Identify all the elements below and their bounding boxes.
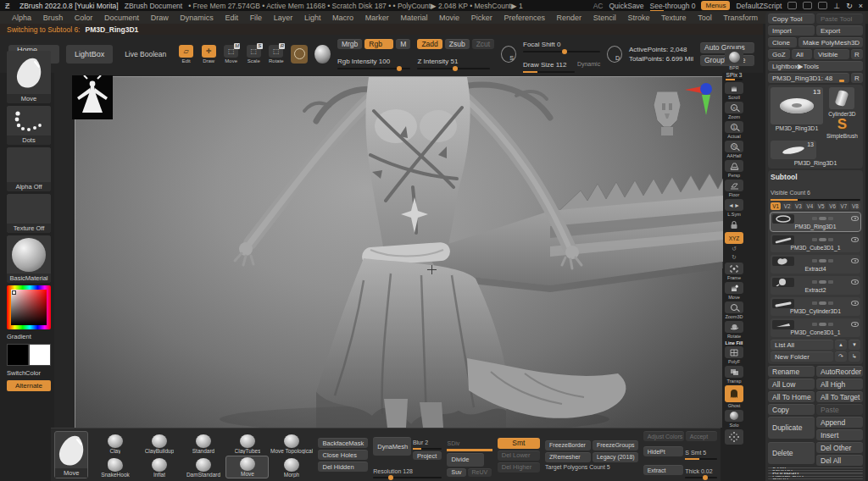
rename-button[interactable]: Rename (768, 366, 815, 377)
close-icon[interactable]: × (859, 2, 863, 10)
menu-layer[interactable]: Layer (274, 14, 293, 22)
delete-button[interactable]: Delete (768, 442, 815, 464)
current-material-button[interactable] (314, 45, 331, 64)
depth-dial-icon[interactable]: D (607, 46, 622, 63)
menu-dynamics[interactable]: Dynamics (180, 14, 214, 22)
list-all-button[interactable]: List All (771, 340, 833, 350)
scroll-button[interactable]: Scroll (724, 82, 744, 100)
eye-icon[interactable] (851, 301, 859, 306)
dynamesh-button[interactable]: DynaMesh (373, 437, 411, 456)
align-button[interactable]: Align (768, 478, 863, 479)
tab-v7[interactable]: V7 (838, 202, 849, 210)
menu-edit[interactable]: Edit (225, 14, 238, 22)
reuv-button[interactable]: ReUV (468, 468, 492, 477)
subtool-item-cone3d[interactable]: PM3D_Cone3D1_1 (771, 318, 860, 337)
active-tool-slider[interactable]: PM3D_Ring3D1: 48 (768, 73, 849, 83)
alpha-tile[interactable]: Alpha Off (7, 147, 51, 191)
menu-movie[interactable]: Movie (439, 14, 459, 22)
axis-gizmo[interactable] (683, 80, 719, 117)
texture-tile[interactable]: Texture Off (7, 194, 51, 233)
blur-slider[interactable]: Blur 2 (413, 433, 442, 450)
subtool-item-extract2[interactable]: Extract2 (771, 276, 860, 295)
goz-r-button[interactable]: R (851, 49, 863, 59)
split-button[interactable]: Split (768, 467, 863, 468)
thick-slider[interactable]: Thick 0.02 (685, 462, 717, 478)
subtool-header[interactable]: Subtool (771, 173, 860, 181)
menu-texture[interactable]: Texture (661, 14, 687, 22)
eye-icon[interactable] (851, 237, 859, 242)
menu-transform[interactable]: Transform (723, 14, 758, 22)
brush-morph[interactable]: Morph (270, 456, 313, 479)
ghost-button[interactable]: Ghost (724, 385, 744, 408)
import-button[interactable]: Import (768, 25, 815, 36)
tool-r-button[interactable]: R (851, 73, 863, 83)
clone-button[interactable]: Clone (768, 37, 797, 47)
stroke-tile[interactable]: Dots (7, 106, 51, 145)
boolean-button[interactable]: Boolean (768, 473, 863, 473)
share-icon[interactable] (818, 2, 827, 9)
eye-icon[interactable] (851, 279, 859, 285)
menu-stroke[interactable]: Stroke (627, 14, 649, 22)
stroke-dial-icon[interactable]: S (501, 46, 516, 63)
eye-icon[interactable] (851, 258, 859, 263)
menus-button[interactable]: Menus (701, 1, 730, 10)
nav-dots-button[interactable] (724, 429, 744, 445)
export-button[interactable]: Export (816, 25, 863, 36)
tab-v8[interactable]: V8 (850, 202, 860, 210)
all-low-button[interactable]: All Low (768, 379, 815, 390)
z-intensity-slider[interactable]: Z Intensity 51 (417, 52, 490, 69)
subtool-item-ring3d[interactable]: PM3D_Ring3D1 (771, 213, 860, 231)
hand-doc-icon[interactable] (803, 2, 812, 9)
tutorial-icon[interactable] (787, 2, 797, 9)
adjust-colors-button[interactable]: Adjust Colors (643, 431, 684, 441)
menu-document[interactable]: Document (104, 14, 139, 22)
brush-standard[interactable]: Standard (181, 431, 225, 455)
active-tool-thumbnail[interactable]: 13 (771, 87, 823, 124)
menu-tool[interactable]: Tool (698, 14, 712, 22)
brush-move[interactable]: Move (225, 456, 269, 479)
paste-tool-button[interactable]: Paste Tool (816, 14, 863, 24)
actual-button[interactable]: 1 Actual (724, 121, 744, 139)
subtool-item-extract4[interactable]: Extract4 (771, 255, 860, 274)
alternate-button[interactable]: Alternate (7, 380, 51, 391)
draw-mode-button[interactable]: ✛ Draw (201, 45, 217, 64)
new-folder-button[interactable]: New Folder (771, 351, 833, 362)
goz-visible-button[interactable]: Visible (814, 49, 849, 59)
all-high-button[interactable]: All High (816, 379, 863, 390)
move-in-folder-button[interactable]: ↳ (849, 351, 860, 362)
subtool-down-button[interactable]: ▼ (849, 340, 860, 350)
polyframe-button[interactable]: Line Fill PolyF (724, 340, 744, 364)
accept-button[interactable]: Accept (686, 431, 717, 441)
simplebrush-thumbnail[interactable]: S (837, 118, 847, 131)
menu-macro[interactable]: Macro (332, 14, 353, 22)
xyz-rotate-button[interactable]: XYZ (724, 232, 744, 244)
brush-inflat[interactable]: Inflat (137, 456, 181, 479)
z-spin-button[interactable]: ↻ (724, 254, 744, 261)
extract-button[interactable]: Extract (643, 465, 684, 475)
menu-alpha[interactable]: Alpha (12, 14, 31, 22)
resolution-slider[interactable]: Resolution 128 (373, 462, 442, 478)
menu-material[interactable]: Material (400, 14, 427, 22)
freezeborder-button[interactable]: FreezeBorder (545, 440, 591, 451)
suv-button[interactable]: Suv (447, 468, 465, 477)
switch-color-button[interactable]: SwitchColor (7, 368, 51, 378)
brush-damstandard[interactable]: DamStandard (181, 456, 225, 479)
backfacemask-button[interactable]: BackfaceMask (318, 438, 368, 448)
menu-marker[interactable]: Marker (365, 14, 389, 22)
divide-button[interactable]: Divide (447, 453, 484, 467)
make-polymesh3d-button[interactable]: Make PolyMesh3D (798, 37, 863, 47)
freezegroups-button[interactable]: FreezeGroups (593, 440, 638, 451)
y-spin-button[interactable]: ↺ (724, 246, 744, 252)
hidept-button[interactable]: HidePt (643, 446, 684, 456)
del-other-button[interactable]: Del Other (816, 442, 863, 453)
brush-snakehook[interactable]: SnakeHook (93, 456, 136, 479)
m-button[interactable]: M (396, 39, 410, 49)
rgb-button[interactable]: Rgb (364, 39, 393, 49)
all-to-home-button[interactable]: All To Home (768, 391, 815, 402)
menu-file[interactable]: File (250, 14, 263, 22)
aahalf-button[interactable]: ½ AAHalf (724, 141, 744, 158)
append-button[interactable]: Append (816, 417, 863, 428)
eye-icon[interactable] (851, 322, 859, 327)
move-mode-button[interactable]: ⬚M Move (223, 45, 239, 64)
sync-icon[interactable]: ↻ (846, 2, 853, 10)
